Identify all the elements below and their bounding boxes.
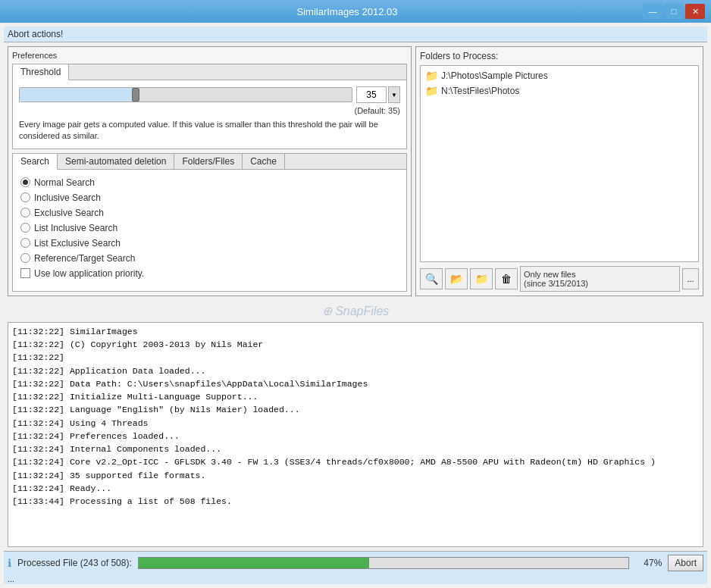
add-folder-button[interactable]: 📂 [445, 268, 468, 289]
threshold-select: ▼ [356, 86, 400, 103]
maximize-button[interactable]: □ [664, 4, 684, 19]
radio-exclusive-search-circle[interactable] [20, 208, 30, 217]
top-section: Preferences Threshold ▼ [4, 42, 707, 300]
folders-panel: Folders to Process: 📁 J:\Photos\Sample P… [415, 46, 703, 296]
folder-item-1[interactable]: 📁 J:\Photos\Sample Pictures [423, 68, 696, 83]
new-files-box: Only new files (since 3/15/2013) [520, 266, 680, 292]
progress-bar-container [138, 557, 630, 569]
search-tab-header: Search Semi-automated deletion Folders/F… [13, 154, 406, 170]
threshold-value-input[interactable] [356, 86, 387, 103]
threshold-tab-header: Threshold [13, 64, 406, 80]
close-button[interactable]: ✕ [685, 4, 705, 19]
log-line: [11:32:22] Data Path: C:\Users\snapfiles… [12, 377, 699, 390]
delete-folder-button[interactable]: 🗑 [495, 268, 518, 289]
progress-percent: 47% [635, 558, 662, 568]
radio-list-inclusive[interactable]: List Inclusive Search [20, 223, 399, 233]
log-line: [11:32:24] Using 4 Threads [12, 417, 699, 430]
progress-bar-fill [139, 558, 369, 568]
window-controls: — □ ✕ [643, 4, 705, 19]
new-files-label: Only new files [524, 270, 676, 279]
status-bar: ℹ Processed File (243 of 508): 47% Abort [4, 551, 707, 574]
log-line: [11:32:22] [12, 351, 699, 364]
folder-path-2: N:\TestFiles\Photos [441, 86, 519, 96]
radio-exclusive-search-label: Exclusive Search [34, 208, 104, 218]
radio-exclusive-search[interactable]: Exclusive Search [20, 208, 399, 218]
radio-inclusive-search[interactable]: Inclusive Search [20, 192, 399, 203]
slider-thumb[interactable] [132, 88, 139, 102]
open-folder-button[interactable]: 📁 [470, 268, 493, 289]
status-dots-bar: ... [4, 574, 707, 584]
log-section: [11:32:22] SimilarImages[11:32:22] (C) C… [8, 322, 703, 547]
checkbox-low-priority-box[interactable] [20, 268, 30, 278]
log-line: [11:33:44] Processing a list of 508 file… [12, 495, 699, 508]
folders-title: Folders to Process: [420, 51, 699, 61]
log-line: [11:32:24] Internal Components loaded... [12, 443, 699, 455]
folder-item-2[interactable]: 📁 N:\TestFiles\Photos [423, 83, 696, 99]
threshold-tab[interactable]: Threshold [13, 64, 69, 80]
folder-icon-2: 📁 [425, 85, 438, 97]
title-bar: SimilarImages 2012.03 — □ ✕ [0, 0, 711, 23]
folder-path-1: J:\Photos\Sample Pictures [441, 70, 548, 81]
threshold-description: Every image pair gets a computed value. … [19, 119, 400, 142]
log-line: [11:32:22] SimilarImages [12, 325, 699, 338]
log-line: [11:32:24] 35 supported file formats. [12, 469, 699, 482]
log-line: [11:32:24] Preferences loaded... [12, 430, 699, 443]
radio-reference-target-circle[interactable] [20, 253, 30, 263]
threshold-dropdown-arrow[interactable]: ▼ [388, 86, 400, 103]
tab-folders-files[interactable]: Folders/Files [174, 154, 243, 169]
threshold-tab-content: ▼ (Default: 35) Every image pair gets a … [13, 80, 406, 149]
tab-semi-auto[interactable]: Semi-automated deletion [58, 154, 174, 169]
radio-inclusive-search-label: Inclusive Search [34, 192, 101, 203]
radio-list-exclusive-label: List Exclusive Search [34, 238, 121, 249]
slider-row: ▼ [19, 86, 400, 103]
preferences-panel: Preferences Threshold ▼ [8, 46, 412, 296]
minimize-button[interactable]: — [643, 4, 662, 19]
radio-inclusive-search-circle[interactable] [20, 192, 30, 202]
log-content[interactable]: [11:32:22] SimilarImages[11:32:22] (C) C… [8, 323, 703, 546]
radio-reference-target[interactable]: Reference/Target Search [20, 253, 399, 264]
radio-normal-search-circle[interactable] [20, 177, 30, 187]
radio-normal-search[interactable]: Normal Search [20, 177, 399, 188]
status-icon: ℹ [8, 557, 11, 569]
preferences-title: Preferences [12, 51, 407, 60]
status-text: Processed File (243 of 508): [17, 558, 132, 568]
new-files-sublabel: (since 3/15/2013) [524, 279, 676, 288]
tab-search[interactable]: Search [13, 154, 58, 170]
threshold-tab-container: Threshold ▼ (Default: 35) Every image pa… [12, 64, 407, 149]
radio-list-exclusive[interactable]: List Exclusive Search [20, 238, 399, 249]
folders-list[interactable]: 📁 J:\Photos\Sample Pictures 📁 N:\TestFil… [420, 65, 699, 262]
search-content: Normal Search Inclusive Search Exclusive… [13, 170, 406, 291]
folders-toolbar: 🔍 📂 📁 🗑 Only new files (since 3/15/2013)… [420, 266, 699, 292]
tab-cache[interactable]: Cache [243, 154, 285, 169]
threshold-default-text: (Default: 35) [19, 106, 400, 115]
status-dots: ... [8, 574, 14, 583]
radio-list-exclusive-circle[interactable] [20, 238, 30, 248]
log-line: [11:32:22] Language "English" (by Nils M… [12, 403, 699, 416]
log-line: [11:32:22] Initialize Multi-Language Sup… [12, 390, 699, 403]
radio-list-inclusive-label: List Inclusive Search [34, 223, 117, 233]
log-line: [11:32:22] Application Data loaded... [12, 364, 699, 377]
log-line: [11:32:24] Ready... [12, 482, 699, 495]
radio-list-inclusive-circle[interactable] [20, 223, 30, 233]
log-line: [11:32:22] (C) Copyright 2003-2013 by Ni… [12, 338, 699, 351]
checkbox-low-priority[interactable]: Use low application priority. [20, 268, 399, 279]
main-content: Abort actions! Preferences Threshold [0, 23, 711, 588]
abort-bar: Abort actions! [4, 27, 707, 42]
folder-icon-1: 📁 [425, 70, 438, 82]
search-tabs-panel: Search Semi-automated deletion Folders/F… [12, 153, 407, 292]
abort-text: Abort actions! [8, 29, 63, 39]
radio-reference-target-label: Reference/Target Search [34, 253, 135, 264]
radio-normal-search-label: Normal Search [34, 177, 95, 188]
search-folder-button[interactable]: 🔍 [420, 268, 443, 289]
abort-button[interactable]: Abort [668, 555, 703, 571]
window-title: SimilarImages 2012.03 [52, 6, 643, 17]
log-line: [11:32:24] Core v2.2_Opt-ICC - GFLSDK 3.… [12, 455, 699, 468]
checkbox-low-priority-label: Use low application priority. [34, 268, 144, 279]
watermark: ⊕ SnapFiles [4, 300, 707, 322]
threshold-slider[interactable] [19, 87, 352, 102]
new-files-options-button[interactable]: ... [682, 268, 699, 289]
